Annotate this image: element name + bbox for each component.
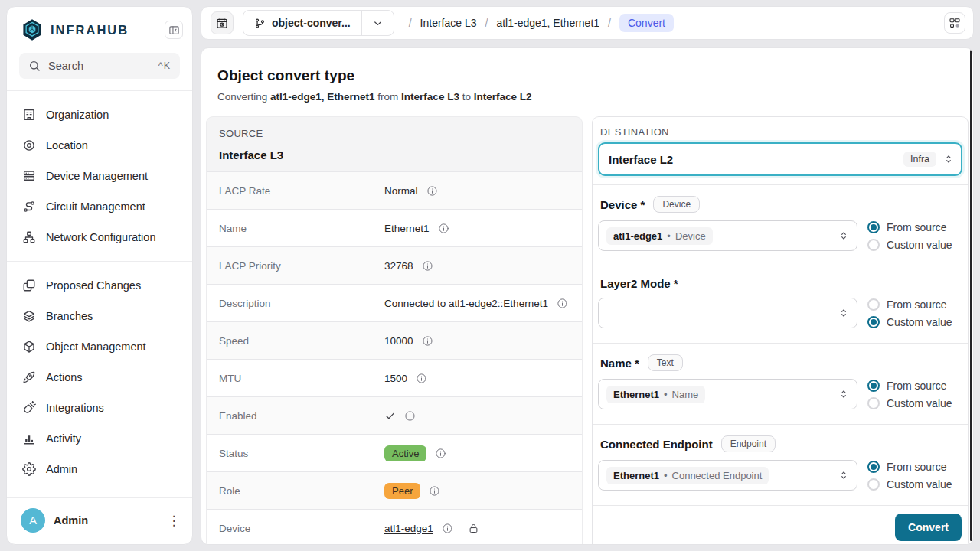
chip-sub: Device	[675, 230, 706, 242]
info-icon[interactable]	[426, 185, 438, 197]
git-branch-icon	[254, 18, 266, 29]
calendar-clock-icon	[216, 17, 228, 29]
check-icon	[384, 410, 396, 422]
sidebar-item-organization[interactable]: Organization	[7, 99, 192, 130]
sidebar-item-integrations[interactable]: Integrations	[7, 393, 192, 423]
chevron-down-icon[interactable]	[361, 11, 394, 35]
sidebar-item-object-management[interactable]: Object Management	[7, 331, 192, 362]
device-radio-from-source[interactable]: From source	[867, 221, 962, 233]
info-icon[interactable]	[442, 523, 453, 534]
layer2-mode-select[interactable]	[598, 298, 858, 328]
info-icon[interactable]	[557, 298, 568, 309]
sidebar-item-label: Object Management	[46, 341, 146, 353]
kebab-menu-icon[interactable]: ⋮	[165, 514, 183, 527]
radio-circle[interactable]	[867, 397, 880, 409]
sidebar-collapse-button[interactable]	[165, 21, 183, 39]
infrahub-logo-icon	[21, 18, 44, 41]
sidebar-item-actions[interactable]: Actions	[7, 362, 192, 393]
info-icon	[416, 373, 427, 384]
info-icon[interactable]	[435, 448, 446, 459]
caret-updown-icon	[838, 308, 849, 318]
row-value: atl1-edge1	[384, 523, 479, 534]
sidebar-item-label: Proposed Changes	[46, 279, 141, 292]
sidebar-item-label: Branches	[46, 310, 93, 322]
info-icon[interactable]	[404, 410, 416, 422]
subtitle-text: Converting	[217, 91, 270, 103]
schema-button[interactable]	[944, 12, 965, 34]
breadcrumb-item-atl1-edge1-ethernet1[interactable]: atl1-edge1, Ethernet1	[496, 17, 599, 29]
source-panel-header: SOURCE Interface L3	[207, 117, 582, 171]
destination-panel: DESTINATION Interface L2 Infra Device *D…	[592, 116, 969, 544]
sidebar-item-proposed-changes[interactable]: Proposed Changes	[7, 270, 192, 301]
row-value: 10000	[384, 335, 433, 347]
sidebar-item-label: Organization	[46, 109, 109, 121]
value-source-radios: From sourceCustom value	[867, 220, 962, 251]
connected-endpoint-radio-from-source[interactable]: From source	[867, 461, 962, 473]
sidebar-item-label: Admin	[46, 463, 77, 475]
related-node-link[interactable]: atl1-edge1	[384, 523, 433, 534]
convert-button[interactable]: Convert	[895, 514, 962, 541]
name-select[interactable]: Ethernet1•Name	[598, 379, 858, 409]
field-section-name: Name *TextEthernet1•NameFrom sourceCusto…	[593, 343, 968, 424]
selected-value-chip: Ethernet1•Connected Endpoint	[606, 467, 769, 484]
sidebar-item-branches[interactable]: Branches	[7, 301, 192, 331]
name-radio-custom-value[interactable]: Custom value	[867, 397, 962, 409]
connected-endpoint-radio-custom-value[interactable]: Custom value	[867, 478, 962, 491]
radio-label: From source	[887, 461, 947, 473]
user-menu[interactable]: A Admin ⋮	[7, 497, 192, 544]
radio-label: From source	[887, 221, 947, 233]
radio-circle[interactable]	[867, 380, 880, 392]
row-value	[384, 410, 416, 422]
row-label: LACP Rate	[219, 185, 384, 197]
radio-circle[interactable]	[867, 298, 880, 311]
layer2-mode-radio-from-source[interactable]: From source	[867, 298, 962, 311]
radio-circle[interactable]	[867, 478, 880, 491]
device-select[interactable]: atl1-edge1•Device	[598, 220, 858, 251]
radio-label: From source	[887, 380, 947, 392]
source-row-role: RolePeer	[207, 471, 582, 509]
radio-circle[interactable]	[867, 221, 880, 233]
info-icon	[442, 523, 453, 534]
radio-circle[interactable]	[867, 461, 880, 473]
sidebar-item-network-configuration[interactable]: Network Configuration	[7, 222, 192, 253]
source-panel-label: SOURCE	[219, 128, 570, 139]
radio-label: Custom value	[887, 397, 952, 409]
sidebar-item-device-management[interactable]: Device Management	[7, 161, 192, 191]
search-input[interactable]: Search ^K	[19, 53, 180, 79]
connected-endpoint-select[interactable]: Ethernet1•Connected Endpoint	[598, 460, 858, 491]
layer2-mode-radio-custom-value[interactable]: Custom value	[867, 316, 962, 328]
plug-icon	[22, 401, 36, 415]
field-label-row: Connected EndpointEndpoint	[600, 435, 962, 452]
chip-main: atl1-edge1	[613, 230, 662, 242]
device-radio-custom-value[interactable]: Custom value	[867, 239, 962, 251]
field-section-connected-endpoint: Connected EndpointEndpointEthernet1•Conn…	[593, 424, 968, 505]
source-row-enabled: Enabled	[207, 396, 582, 434]
caret-updown-icon	[838, 308, 849, 318]
name-radio-from-source[interactable]: From source	[867, 380, 962, 392]
breadcrumb-item-convert[interactable]: Convert	[619, 14, 674, 32]
source-row-device: Deviceatl1-edge1	[207, 509, 582, 544]
sidebar-nav-primary: OrganizationLocationDevice ManagementCir…	[7, 91, 192, 261]
breadcrumb-item-interface-l3[interactable]: Interface L3	[420, 17, 477, 29]
info-icon[interactable]	[422, 260, 433, 272]
info-icon[interactable]	[438, 223, 449, 234]
user-name: Admin	[54, 514, 88, 527]
sidebar-item-admin[interactable]: Admin	[7, 454, 192, 484]
time-travel-button[interactable]	[211, 11, 234, 34]
info-icon	[557, 298, 568, 309]
info-icon[interactable]	[429, 485, 440, 497]
info-icon[interactable]	[416, 373, 427, 384]
sidebar-item-activity[interactable]: Activity	[7, 423, 192, 454]
git-branch-icon	[254, 18, 266, 29]
branch-selector[interactable]: object-conver...	[243, 10, 394, 36]
radio-circle[interactable]	[867, 239, 880, 251]
sidebar-item-circuit-management[interactable]: Circuit Management	[7, 191, 192, 222]
sidebar-item-location[interactable]: Location	[7, 130, 192, 161]
destination-kind-select[interactable]: Interface L2 Infra	[598, 142, 962, 176]
radio-circle[interactable]	[867, 316, 880, 328]
copy-icon	[22, 279, 36, 292]
scrollbar-thumb[interactable]	[970, 50, 972, 541]
panel-collapse-icon	[168, 24, 180, 36]
info-icon[interactable]	[422, 335, 433, 347]
app-root: INFRAHUB Search ^K OrganizationLocationD…	[0, 0, 980, 551]
